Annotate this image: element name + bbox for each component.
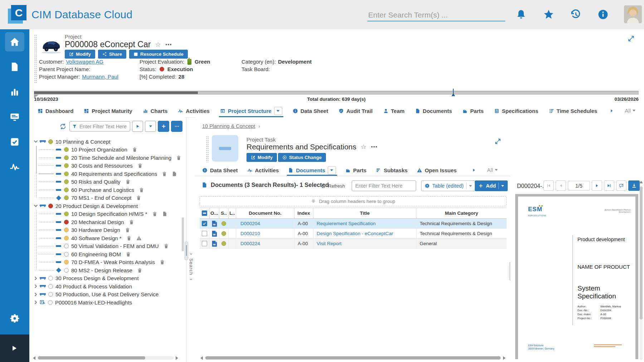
favorite-star-icon[interactable]: ☆ [155, 41, 161, 49]
subtab-data-sheet[interactable]: Data Sheet [202, 164, 238, 176]
trash-icon[interactable] [176, 155, 181, 160]
tree-item-50-risks-and-quality[interactable]: 50 Risks and Quality [29, 178, 181, 186]
trash-icon[interactable] [137, 163, 143, 168]
column-header-index[interactable]: Index [294, 208, 313, 218]
breadcrumb-link[interactable]: 10 Planning & Concept [202, 123, 255, 129]
document-title-link[interactable]: Visit Report [317, 241, 342, 246]
subtab-activities[interactable]: Activities [247, 164, 279, 176]
subtab-parts[interactable]: Parts [345, 164, 367, 176]
tree-item-20-product-design-development[interactable]: 20 Product Design & Development [29, 202, 181, 210]
tree-item-30-process-design-development[interactable]: 30 Process Design & Development [29, 274, 181, 283]
expand-sidebar-play-icon[interactable] [11, 345, 18, 352]
tree-item-40-requirements-and-specifications[interactable]: 40 Requirements and Specifications [29, 170, 181, 178]
document-title-link[interactable]: Requierement Specification [317, 221, 376, 226]
document-title-link[interactable]: Design Specification - eConceptCar [317, 231, 393, 236]
tab-team[interactable]: Team [383, 104, 405, 117]
tree-main-splitter[interactable] [186, 117, 186, 362]
tree-more-button[interactable] [171, 121, 182, 132]
tree-horizontal-scrollbar[interactable] [33, 356, 178, 360]
tree-item-30-costs-and-ressources[interactable]: 30 Costs and Ressources [29, 162, 181, 170]
trash-icon[interactable] [160, 259, 165, 265]
group-by-dropzone[interactable]: Drag column headers here to group [200, 196, 507, 206]
tab-filter-all[interactable]: All [625, 108, 635, 114]
trash-icon[interactable] [125, 227, 130, 233]
collapsed-search-panel[interactable]: Search [187, 252, 195, 281]
tab-project-structure[interactable]: Project Structure [220, 104, 282, 117]
tab-project-structure-dropdown[interactable] [274, 107, 282, 115]
trash-icon[interactable] [162, 171, 167, 177]
trash-icon[interactable] [164, 243, 169, 249]
tab-specifications[interactable]: Specifications [494, 104, 538, 117]
tree-item-10-project-organization[interactable]: 10 Project Organization [29, 146, 181, 154]
tab-activities[interactable]: Activities [178, 104, 210, 117]
tab-data-sheet[interactable]: Data Sheet [293, 104, 328, 117]
task-more-menu-icon[interactable]: ⋯ [371, 143, 377, 151]
tree-item-70-ms1-end-of-concept[interactable]: 70 MS1 - End of Concept [29, 194, 181, 202]
download-button[interactable] [628, 180, 640, 191]
user-avatar[interactable] [624, 5, 642, 23]
trash-icon[interactable] [132, 147, 137, 152]
document-row-d000224[interactable]: wD000224A-00Visit ReportGeneral [200, 239, 507, 249]
row-checkbox[interactable] [202, 241, 207, 246]
row-checkbox[interactable] [202, 221, 207, 226]
tree-item-60-engineering-bom[interactable]: 60 Engineering BOM [29, 250, 181, 258]
tree-refresh-icon[interactable] [59, 123, 67, 130]
trash-icon[interactable] [152, 211, 157, 217]
refresh-button[interactable]: Refresh [321, 183, 345, 189]
tab-parts[interactable]: Parts [462, 104, 484, 117]
trash-icon[interactable] [139, 187, 144, 193]
sidebar-item-check-square[interactable] [0, 129, 29, 154]
sidebar-expand-strip[interactable] [0, 334, 29, 362]
document-number-link[interactable]: D000210 [240, 231, 260, 236]
tree-item-70-d-fmea-weak-points-analysis[interactable]: 70 D-FMEA - Weak Points Analysis [29, 258, 181, 267]
tree-item-80-ms2-design-release[interactable]: 80 MS2 - Design Release [29, 266, 181, 274]
tree-item-40-product-process-validation[interactable]: 40 Product & Process Validation [29, 282, 181, 291]
select-all-checkbox[interactable] [202, 210, 207, 216]
tree-add-button[interactable] [158, 121, 169, 132]
documents-horizontal-scrollbar[interactable] [200, 356, 506, 360]
task-modify-button[interactable]: Modify [247, 153, 277, 162]
task-drag-handle[interactable] [206, 136, 209, 162]
column-header-main-category[interactable]: Main Category [416, 208, 507, 218]
document-number-link[interactable]: D000204 [240, 221, 260, 226]
sidebar-item-pulse[interactable] [0, 154, 29, 179]
notifications-bell-icon[interactable] [516, 9, 527, 20]
column-header-document-no[interactable]: Document No. [236, 208, 294, 218]
tab-time-schedules[interactable]: Time Schedules [549, 104, 597, 117]
tree-item-60-purchase-and-logistics[interactable]: 60 Purchase and Logistics [29, 186, 181, 194]
tab-documents[interactable]: Documents [415, 104, 452, 117]
drag-handle[interactable] [34, 34, 37, 84]
tree-item-50-virtual-validation-fem-and-dmu[interactable]: 50 Virtual Validation - FEM and DMU [29, 242, 181, 251]
project-modify-button[interactable]: Modify [65, 50, 95, 59]
tree-item-10-design-specification-h-m-s[interactable]: 10 Design Specification H/M/S * [29, 210, 181, 218]
trash-icon[interactable] [126, 235, 132, 241]
trash-icon[interactable] [129, 219, 134, 225]
document-icon[interactable] [162, 211, 167, 217]
tree-vertical-scrollbar[interactable] [182, 217, 184, 251]
customer-link[interactable]: Volkswagen AG [66, 59, 103, 65]
tab-project-maturity[interactable]: Project Maturity [84, 104, 132, 117]
sidebar-item-monitor[interactable] [0, 104, 29, 129]
trash-icon[interactable] [136, 195, 141, 200]
table-settings-button[interactable]: Table (edited) [421, 180, 475, 191]
tab-overflow-chevron-icon[interactable] [610, 109, 614, 113]
tree-item-10-planning-concept[interactable]: 10 Planning & Concept [29, 138, 181, 146]
document-icon[interactable] [172, 171, 177, 177]
subtab-subtasks[interactable]: Subtasks [376, 164, 408, 176]
column-header-l[interactable]: L.. [229, 208, 236, 218]
sidebar-item-home[interactable] [0, 29, 29, 54]
tree-item-20-time-schedule-and-milestone-planning[interactable]: 20 Time Schedule and Milestone Planning [29, 154, 181, 162]
project-resource-schedule-button[interactable]: Resource Schedule [129, 50, 188, 59]
project-timeline-track[interactable] [34, 91, 639, 95]
column-header-s[interactable]: S.. [219, 208, 229, 218]
settings-gear-icon[interactable] [10, 313, 20, 323]
document-number-link[interactable]: D000224 [240, 241, 260, 246]
page-indicator-input[interactable] [568, 181, 590, 190]
last-page-button[interactable] [604, 180, 614, 191]
next-page-button[interactable] [592, 180, 602, 191]
task-expand-panel-icon[interactable] [494, 138, 501, 145]
trash-icon[interactable] [137, 268, 142, 273]
tab-dashboard[interactable]: Dashboard [38, 104, 73, 117]
task-status-change-button[interactable]: Status Change [278, 153, 326, 162]
favorites-star-icon[interactable] [543, 9, 554, 20]
